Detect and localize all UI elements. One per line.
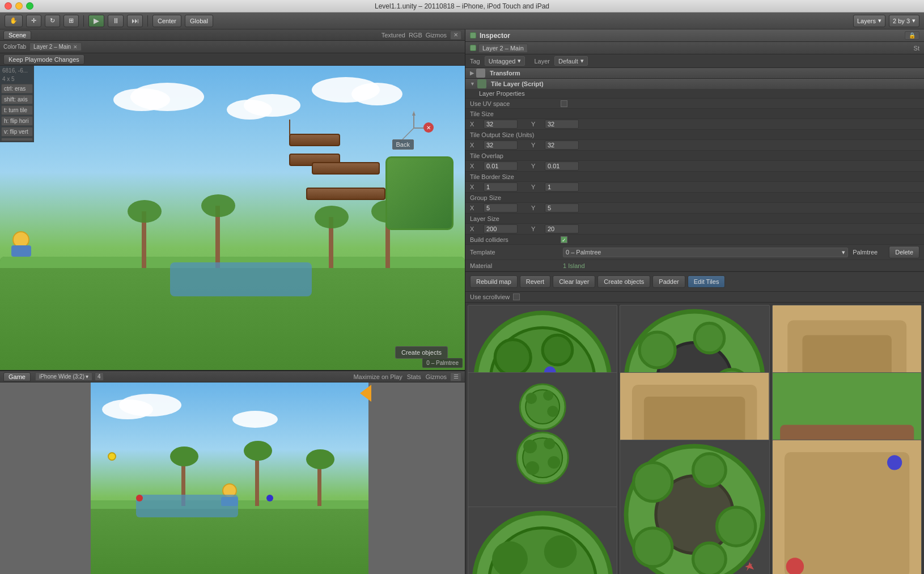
hand-tool-button[interactable]: ✋ — [5, 15, 23, 27]
close-button[interactable] — [5, 2, 12, 10]
scene-tab[interactable]: Scene — [3, 31, 31, 40]
tile-border-x-input[interactable] — [484, 182, 518, 192]
rebuild-map-button[interactable]: Rebuild map — [470, 275, 518, 288]
tile-palette[interactable] — [465, 303, 924, 574]
gizmo-x-button[interactable]: ✕ — [423, 122, 434, 133]
play-button[interactable]: ▶ — [88, 15, 104, 27]
center-button[interactable]: Center — [152, 15, 181, 27]
group-size-x-input[interactable] — [484, 203, 518, 212]
alt-pick-tool[interactable]: ctrl: eras — [1, 84, 33, 93]
tile-size-x-input[interactable] — [484, 120, 518, 129]
resolution-dropdown[interactable]: iPhone Wide (3:2) ▾ — [35, 372, 92, 381]
tile-4[interactable] — [468, 372, 617, 522]
rotate-tool-button[interactable]: ↻ — [45, 15, 60, 27]
layer-chip[interactable]: Layer 2 – Main ✕ — [29, 42, 82, 51]
svg-text:Y: Y — [412, 111, 416, 114]
use-uv-checkbox[interactable] — [561, 100, 567, 107]
inspector-checkbox[interactable] — [470, 32, 476, 39]
gizmos-button[interactable]: Gizmos — [426, 32, 447, 39]
tile-output-label: Tile Output Size (Units) — [470, 131, 561, 138]
game-tab[interactable]: Game — [3, 372, 31, 381]
tile-size-label: Tile Size — [470, 110, 561, 117]
svg-point-49 — [634, 528, 672, 566]
tile-output-x-input[interactable] — [484, 141, 518, 150]
transform-header[interactable]: ▶ Transform — [465, 68, 924, 78]
chevron-icon: ▾ — [86, 373, 88, 380]
tile-8[interactable] — [772, 440, 922, 575]
edit-tiles-button[interactable]: Edit Tiles — [688, 275, 726, 288]
tile-layer-arrow-icon: ▼ — [470, 81, 475, 87]
tile-output-y-input[interactable] — [545, 141, 579, 150]
tile-border-y-input[interactable] — [545, 182, 579, 192]
keep-playmode-button[interactable]: Keep Playmode Changes — [3, 54, 84, 65]
layer-active-checkbox[interactable] — [470, 45, 476, 51]
build-colliders-checkbox[interactable]: ✓ — [561, 236, 567, 243]
turn-tile-tool[interactable]: h: flip hori — [1, 116, 33, 126]
layer-size-y-input[interactable] — [545, 224, 579, 233]
group-size-row: Group Size — [465, 193, 924, 203]
game-viewport — [91, 382, 368, 574]
tile-size-y-input[interactable] — [545, 120, 579, 129]
tile-overlap-y-input[interactable] — [545, 161, 579, 171]
ctrl-erase-tool[interactable]: shift: axis — [1, 95, 33, 104]
stats-button[interactable]: Stats — [407, 373, 421, 380]
game-canvas[interactable] — [0, 382, 465, 574]
layer-chevron-icon: ▾ — [580, 57, 584, 65]
tile-9[interactable] — [468, 507, 617, 574]
create-objects-overlay[interactable]: Create objects — [395, 346, 448, 359]
scene-canvas[interactable]: Create objects 0 – Palmtree 6816, -6... … — [0, 66, 465, 370]
coord-label: 6816, -6... — [1, 67, 33, 74]
delete-button[interactable]: Delete — [889, 246, 919, 258]
scale-tool-button[interactable]: ⊞ — [63, 15, 79, 27]
scene-tab-label: Scene — [9, 32, 26, 39]
tag-dropdown[interactable]: Untagged ▾ — [485, 56, 525, 66]
flip-horiz-tool[interactable]: v: flip vert — [1, 127, 33, 137]
tile-output-y-label: Y — [531, 142, 542, 148]
game-gizmos-button[interactable]: Gizmos — [426, 373, 447, 380]
clear-layer-button[interactable]: Clear layer — [553, 275, 595, 288]
layers-dropdown[interactable]: Layers ▾ — [853, 15, 885, 27]
transform-arrow-icon: ▶ — [470, 70, 474, 76]
layer-dropdown[interactable]: Default ▾ — [554, 56, 588, 66]
revert-button[interactable]: Revert — [520, 275, 550, 288]
inspector-lock-button[interactable]: 🔒 — [905, 31, 919, 40]
pause-icon: ⏸ — [112, 16, 120, 25]
minimize-button[interactable] — [15, 2, 23, 10]
create-objects-button[interactable]: Create objects — [597, 275, 650, 288]
maximize-on-play-button[interactable]: Maximize on Play — [353, 373, 402, 380]
group-size-y-input[interactable] — [545, 203, 579, 212]
tile-output-row: Tile Output Size (Units) — [465, 130, 924, 140]
flip-vert-tool[interactable] — [1, 138, 33, 141]
padder-button[interactable]: Padder — [652, 275, 685, 288]
check-mark-icon: ✓ — [561, 237, 567, 244]
tile-overlap-y-label: Y — [531, 163, 542, 169]
game-settings-button[interactable]: ☰ — [450, 372, 461, 381]
use-scrollview-checkbox[interactable] — [513, 294, 520, 300]
template-dropdown[interactable]: 0 – Palmtree ▾ — [563, 248, 848, 257]
step-button[interactable]: ⏭ — [127, 15, 143, 27]
tile-overlap-label: Tile Overlap — [470, 152, 561, 159]
tile-output-xy-row: X Y — [465, 140, 924, 151]
template-indicator: 0 – Palmtree — [422, 358, 463, 368]
tile-layer-header[interactable]: ▼ Tile Layer (Script) — [465, 79, 924, 89]
tile-overlap-x-input[interactable] — [484, 161, 518, 171]
tile-9-svg — [468, 507, 617, 574]
move-tool-button[interactable]: ✛ — [26, 15, 41, 27]
maximize-button[interactable] — [26, 2, 33, 10]
global-button[interactable]: Global — [185, 15, 213, 27]
game-palm-leaves-3 — [306, 449, 334, 469]
shift-axis-tool[interactable]: t: turn tile — [1, 105, 33, 115]
game-cloud-2 — [119, 394, 181, 416]
game-tab-label: Game — [9, 373, 26, 380]
game-view: Game iPhone Wide (3:2) ▾ 4 Maximize on P… — [0, 370, 465, 574]
pause-button[interactable]: ⏸ — [108, 15, 124, 27]
tile-overlap-x-label: X — [470, 163, 481, 169]
game-flower-1 — [136, 495, 143, 501]
hand-icon: ✋ — [10, 17, 18, 24]
tile-7[interactable] — [620, 440, 769, 575]
layer-size-x-label: X — [470, 226, 481, 232]
layer-size-x-input[interactable] — [484, 224, 518, 233]
scene-close-button[interactable]: ✕ — [450, 31, 461, 40]
by-dropdown[interactable]: 2 by 3 ▾ — [889, 15, 919, 27]
back-button[interactable]: Back — [392, 139, 414, 150]
